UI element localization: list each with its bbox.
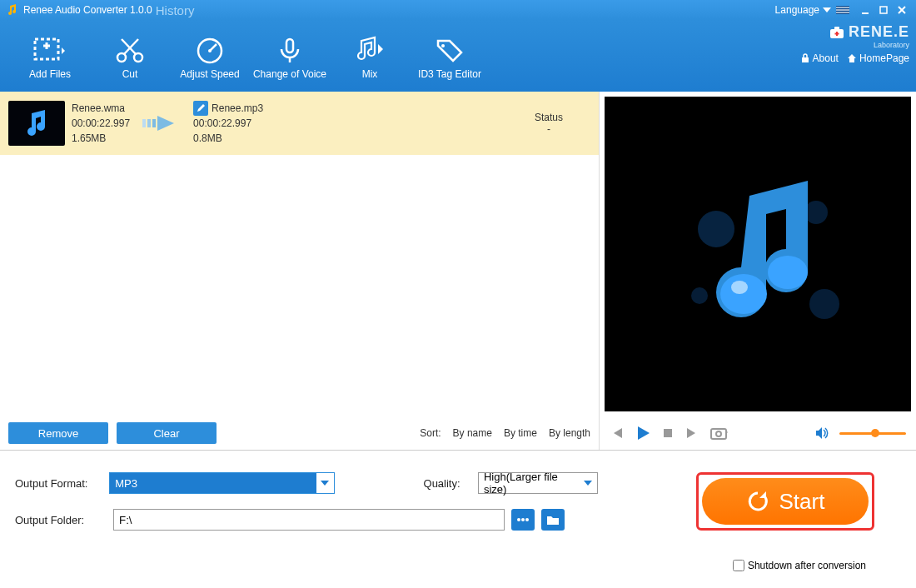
status-column: Status - [524,112,574,135]
dest-name: Renee.mp3 [212,101,263,116]
home-icon [847,53,857,63]
start-button[interactable]: Start [702,478,869,525]
language-label: Language [775,4,819,16]
sort-by-name[interactable]: By name [453,427,492,439]
title-bar: Renee Audio Converter 1.0.0 History Lang… [0,0,916,20]
dest-size: 0.8MB [193,131,263,146]
chevron-down-icon [584,481,592,486]
player-controls [600,416,916,450]
list-empty-area [0,155,599,416]
svg-rect-5 [880,7,887,13]
svg-point-10 [134,53,142,62]
chevron-down-icon [316,472,335,494]
about-link[interactable]: About [800,52,839,64]
svg-point-31 [731,281,748,294]
mix-label: Mix [330,68,410,80]
svg-point-34 [716,431,721,436]
clear-button[interactable]: Clear [117,422,217,444]
history-link[interactable]: History [156,3,195,17]
minimize-button[interactable] [856,3,874,17]
close-button[interactable] [893,3,911,17]
output-format-label: Output Format: [15,477,102,490]
dest-info: Renee.mp3 00:00:22.997 0.8MB [193,101,263,146]
output-folder-input[interactable] [113,509,505,531]
cut-button[interactable]: Cut [90,32,170,80]
svg-point-15 [208,49,212,52]
language-dropdown[interactable]: Language [775,4,849,16]
mix-icon [330,32,410,68]
main-area: Renee.wma 00:00:22.997 1.65MB Renee.mp3 … [0,92,916,450]
change-voice-button[interactable]: Change of Voice [250,32,330,80]
quality-select[interactable]: High(Larger file size) [478,472,598,494]
preview-pane [600,92,916,450]
brand-sub: Laboratory [800,41,909,49]
sort-label: Sort: [420,427,441,439]
svg-rect-23 [147,119,151,127]
adjust-speed-label: Adjust Speed [170,68,250,80]
bottom-panel: Output Format: MP3 Quality: High(Larger … [0,450,916,583]
add-files-icon [10,32,90,68]
app-title: Renee Audio Converter 1.0.0 [23,4,152,16]
svg-point-30 [768,256,808,289]
svg-rect-16 [286,39,293,52]
start-label: Start [779,489,825,515]
refresh-icon [746,490,769,513]
dest-duration: 00:00:22.997 [193,116,263,131]
lock-icon [800,53,810,63]
list-footer: Remove Clear Sort: By name By time By le… [0,416,599,450]
stop-button[interactable] [661,426,675,440]
status-value: - [524,123,574,135]
svg-rect-20 [834,27,839,30]
svg-line-11 [124,39,138,54]
tag-icon [410,32,490,68]
svg-point-26 [804,201,828,224]
shutdown-checkbox[interactable]: Shutdown after conversion [733,560,866,571]
microphone-icon [250,32,330,68]
svg-point-28 [809,289,839,319]
maximize-button[interactable] [874,3,893,17]
prev-button[interactable] [610,426,625,441]
next-button[interactable] [685,426,699,441]
svg-point-18 [441,44,445,47]
shutdown-checkbox-input[interactable] [733,560,744,571]
snapshot-button[interactable] [709,426,728,441]
svg-rect-33 [711,429,726,439]
source-info: Renee.wma 00:00:22.997 1.65MB [72,101,130,146]
quality-label: Quality: [424,477,471,490]
file-row[interactable]: Renee.wma 00:00:22.997 1.65MB Renee.mp3 … [0,92,599,155]
output-format-select[interactable]: MP3 [109,472,316,494]
arrow-icon [137,111,187,136]
add-files-button[interactable]: Add Files [10,32,90,80]
svg-line-12 [122,39,136,54]
sort-by-length[interactable]: By length [549,427,590,439]
svg-point-37 [525,518,529,521]
tag-editor-button[interactable]: ID3 Tag Editor [410,32,490,80]
sort-by-time[interactable]: By time [504,427,537,439]
cut-label: Cut [90,68,170,80]
volume-icon[interactable] [814,426,829,440]
source-name: Renee.wma [72,101,130,116]
remove-button[interactable]: Remove [8,422,108,444]
file-list: Renee.wma 00:00:22.997 1.65MB Renee.mp3 … [0,92,600,450]
output-format-value: MP3 [115,477,137,490]
mix-button[interactable]: Mix [330,32,410,80]
file-thumbnail [8,101,65,146]
more-button[interactable] [511,509,535,531]
preview-screen [605,97,911,411]
medkit-icon [829,25,845,40]
change-voice-label: Change of Voice [250,68,330,80]
svg-point-9 [117,53,126,62]
volume-slider[interactable] [839,432,906,435]
homepage-link[interactable]: HomePage [847,52,909,64]
play-button[interactable] [635,425,651,441]
app-logo-icon [5,3,18,17]
svg-rect-22 [142,119,146,127]
svg-point-29 [720,274,767,314]
adjust-speed-button[interactable]: Adjust Speed [170,32,250,80]
edit-icon[interactable] [193,101,208,116]
brand-block: RENE.E Laboratory About HomePage [800,23,909,64]
scissors-icon [90,32,170,68]
quality-value: High(Larger file size) [484,471,579,496]
svg-point-36 [521,518,525,521]
browse-folder-button[interactable] [541,509,565,531]
